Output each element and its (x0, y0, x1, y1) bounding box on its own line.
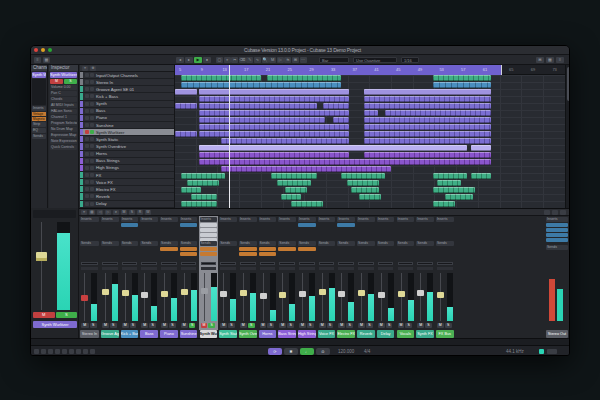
channel-sends-header[interactable]: Sends (377, 241, 395, 246)
channel-pan-control[interactable] (358, 262, 374, 265)
event-clip[interactable] (433, 82, 491, 88)
track-mute-button[interactable] (85, 102, 89, 106)
event-clip[interactable] (175, 103, 197, 109)
channel-send-slot[interactable] (259, 252, 277, 256)
channel-solo-button[interactable]: S (110, 323, 117, 328)
channel-name-label[interactable]: Bass (140, 330, 158, 338)
event-clip[interactable] (187, 180, 219, 186)
inspector-row-1[interactable]: Pan C (50, 91, 77, 96)
track-mute-button[interactable] (85, 187, 89, 191)
event-clip[interactable] (364, 131, 491, 137)
track-list-header-icon-0[interactable]: ≡ (82, 66, 88, 71)
titlebar[interactable]: Cubase Version 13.0.0 Project - Cubase 1… (31, 46, 569, 55)
toolbar-display-0[interactable]: Bar (319, 57, 349, 63)
toolbar-window-icon-0[interactable]: ≡ (34, 57, 41, 63)
mixer-toolbar-right-icon-0[interactable] (560, 210, 566, 215)
channel-mute-button[interactable]: M (220, 323, 227, 328)
event-clip[interactable] (437, 180, 461, 186)
event-clip[interactable] (359, 194, 381, 200)
master-insert-slot[interactable] (546, 233, 568, 237)
channel-solo-button[interactable]: S (366, 323, 373, 328)
tool-icon-5[interactable]: ∿ (254, 57, 261, 63)
channel-inserts-header[interactable]: Inserts (278, 217, 296, 222)
track-solo-button[interactable] (90, 152, 94, 156)
channel-fader-handle[interactable] (279, 292, 286, 298)
channel-solo-button[interactable]: S (267, 323, 274, 328)
event-clip[interactable] (471, 173, 491, 179)
channel-solo-button[interactable]: S (169, 323, 176, 328)
channel-send-slot[interactable] (160, 247, 178, 251)
event-clip[interactable] (277, 180, 311, 186)
channel-inserts-header[interactable]: Inserts (436, 217, 454, 222)
channel-mute-button[interactable]: M (358, 323, 365, 328)
statusbar-pill-0[interactable]: ⟳ (268, 348, 282, 355)
mixer-toolbar-icon-5[interactable]: M (121, 210, 127, 215)
channel-name-label[interactable]: Kick + Bass (121, 330, 139, 338)
statusbar-left-icon-2[interactable] (48, 349, 53, 354)
scrollbar-thumb[interactable] (567, 67, 570, 101)
inspector-row-7[interactable]: No Drum Map (50, 127, 77, 132)
channel-solo-button[interactable]: S (90, 323, 98, 328)
channel-inserts-header[interactable]: Inserts (397, 217, 415, 222)
channel-name-label[interactable]: Stereo In (80, 330, 99, 338)
mixer-toolbar-icon-2[interactable]: ◁ (97, 210, 103, 215)
channel-fader-handle[interactable] (141, 292, 148, 298)
channel-inserts-header[interactable]: Inserts (219, 217, 237, 222)
event-clip[interactable] (175, 89, 197, 95)
event-clip[interactable] (341, 173, 385, 179)
event-clip[interactable] (323, 103, 349, 109)
channel-fader-handle[interactable] (81, 295, 88, 301)
channel-mute-button[interactable]: M (201, 323, 208, 328)
channel-insert-slot-1[interactable]: Magneto II (32, 117, 46, 121)
playhead-cursor[interactable] (229, 65, 230, 208)
event-clip[interactable] (364, 117, 491, 123)
event-clip[interactable] (181, 173, 225, 179)
event-clip[interactable] (291, 201, 323, 207)
channel-insert-slot-0[interactable]: Vintage Comp (32, 112, 46, 116)
channel-solo-button[interactable]: S (248, 323, 255, 328)
channel-solo-button[interactable]: S (405, 323, 412, 328)
channel-send-slot[interactable] (259, 247, 277, 251)
strip-fader-handle[interactable] (36, 252, 47, 261)
channel-solo-button[interactable]: S (327, 323, 334, 328)
event-clip[interactable] (199, 117, 325, 123)
channel-name-label[interactable]: Horns (259, 330, 277, 338)
channel-insert-slot[interactable] (121, 223, 139, 227)
track-mute-button[interactable] (85, 152, 89, 156)
statusbar-left-icon-0[interactable] (34, 349, 39, 354)
channel-mute-button[interactable]: M (260, 323, 267, 328)
channel-inserts-header[interactable]: Inserts (101, 217, 119, 222)
channel-solo-button[interactable]: S (149, 323, 156, 328)
channel-inserts-header[interactable]: Inserts (298, 217, 316, 222)
channel-mute-button[interactable]: M (122, 323, 129, 328)
channel-fader-handle[interactable] (437, 292, 444, 298)
channel-sends-header[interactable]: Sends (121, 241, 139, 246)
event-clip[interactable] (471, 145, 491, 151)
channel-inserts-header[interactable]: Inserts (239, 217, 257, 222)
channel-solo-button[interactable]: S (208, 323, 215, 328)
channel-inserts-header[interactable]: Inserts (121, 217, 139, 222)
channel-insert-slot[interactable] (200, 223, 218, 227)
track-mute-button[interactable] (85, 109, 89, 113)
channel-fader-handle[interactable] (201, 288, 208, 294)
transport-icon-0[interactable]: ◂ (176, 57, 184, 63)
channel-insert-slot[interactable] (298, 223, 316, 227)
track-row[interactable]: Bass (80, 108, 174, 115)
channel-name-label[interactable]: Delay (377, 330, 395, 338)
tempo-display[interactable]: 120.000 (338, 349, 354, 354)
strip-mute-button[interactable]: M (33, 312, 55, 318)
channel-sends-header[interactable]: Sends (80, 241, 99, 246)
channel-sends-header[interactable]: Sends (219, 241, 237, 246)
track-solo-button[interactable] (90, 173, 94, 177)
statusbar-left-icon-6[interactable] (76, 349, 81, 354)
inspector-row-8[interactable]: Expression Map (50, 133, 77, 138)
track-solo-button[interactable] (90, 194, 94, 198)
statusbar-left-icon-8[interactable] (90, 349, 95, 354)
event-clip[interactable] (199, 159, 491, 165)
channel-name-label[interactable]: Synth Overdrive (239, 330, 257, 338)
track-row[interactable]: High Strings (80, 165, 174, 172)
channel-pan-control[interactable] (378, 262, 394, 265)
mixer-toolbar-icon-4[interactable]: e (113, 210, 119, 215)
channel-send-slot[interactable] (298, 247, 316, 251)
track-solo-button[interactable] (90, 80, 94, 84)
